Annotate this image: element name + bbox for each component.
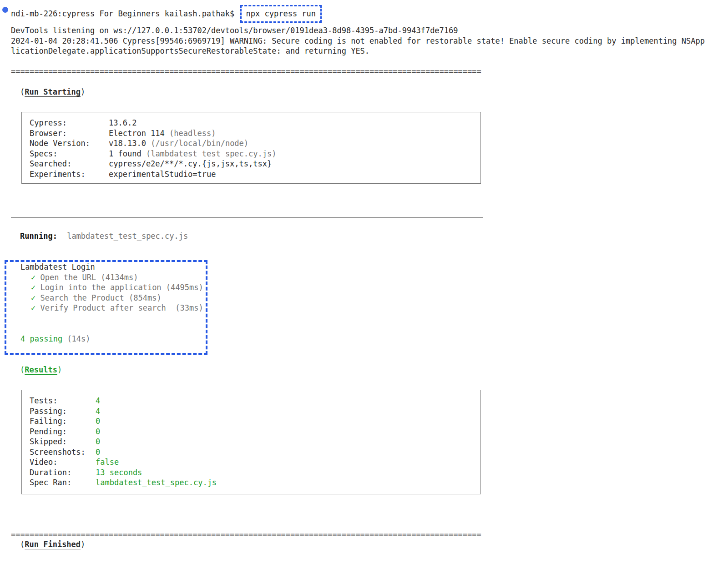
spec-info-row-browser: Browser:Electron 114 (headless) [30,128,480,139]
results-row-screenshots: Screenshots:0 [30,447,480,457]
paren-close: ) [81,540,85,549]
spec-info-row-experiments: Experiments:experimentalStudio=true [30,169,480,180]
results-box: Tests:4 Passing:4 Failing:0 Pending:0 Sk… [21,390,481,494]
spec-info-value: experimentalStudio=true [109,170,216,179]
results-row-tests: Tests:4 [30,396,480,406]
terminal-mark-icon [2,7,8,13]
run-starting-label: Run Starting [25,87,81,96]
test-duration: (33ms) [175,303,203,312]
spec-info-note: (headless) [169,129,216,138]
test-name: Login into the application [40,283,162,292]
running-spec-name: lambdatest_test_spec.cy.js [67,231,188,241]
run-starting-heading: (Run Starting) [20,87,85,97]
prompt-line: ndi-mb-226:cypress_For_Beginners kailash… [11,5,322,15]
separator-top: ========================================… [11,66,481,77]
results-row-video: Video:false [30,457,480,467]
run-finished-label: Run Finished [25,540,81,549]
paren-close: ) [81,87,85,96]
spec-info-label: Experiments: [30,169,109,180]
check-icon: ✓ [31,293,35,302]
results-value: lambdatest_test_spec.cy.js [96,478,217,487]
results-row-failing: Failing:0 [30,416,480,427]
spec-info-label: Specs: [30,149,109,159]
results-label: Spec Ran: [30,478,96,488]
command-text: npx cypress run [246,9,316,18]
spec-info-value: 1 found [109,149,142,158]
spec-info-row-specs: Specs:1 found (lambdatest_test_spec.cy.j… [30,149,480,159]
passing-summary: 4 passing (14s) [20,334,91,344]
section-divider-line [11,217,483,218]
spec-info-value: Electron 114 [109,129,165,138]
test-duration: (4134ms) [101,273,138,282]
test-row: ✓ Open the URL (4134ms) [31,272,138,283]
results-label: Failing: [30,416,96,427]
results-row-pending: Pending:0 [30,427,480,437]
results-label: Pending: [30,427,96,437]
spec-info-label: Node Version: [30,138,109,149]
spec-info-row-cypress: Cypress:13.6.2 [30,118,480,128]
results-label: Video: [30,457,96,467]
spec-info-row-node: Node Version:v18.13.0 (/usr/local/bin/no… [30,138,480,149]
terminal-window[interactable]: ndi-mb-226:cypress_For_Beginners kailash… [0,0,728,563]
suite-title: Lambdatest Login [20,262,95,272]
results-value: 13 seconds [96,468,142,477]
paren-open: ( [20,87,25,96]
results-row-spec-ran: Spec Ran:lambdatest_test_spec.cy.js [30,478,480,488]
running-line: Running: lambdatest_test_spec.cy.js(1 of… [20,231,188,241]
test-row: ✓ Search the Product (854ms) [31,293,162,303]
test-duration: (4495ms) [166,283,203,292]
spec-info-box: Cypress:13.6.2 Browser:Electron 114 (hea… [21,112,481,184]
command-annotation-box: npx cypress run [240,5,322,23]
test-name: Open the URL [40,273,96,282]
test-row: ✓ Verify Product after search (33ms) [31,303,203,313]
prompt-text: ndi-mb-226:cypress_For_Beginners kailash… [11,9,234,18]
results-row-duration: Duration:13 seconds [30,467,480,478]
warning-log-line-1: 2024-01-04 20:28:41.506 Cypress[99546:69… [11,36,705,46]
results-value: 0 [96,417,100,426]
results-value: 4 [96,396,100,405]
spec-info-note: (lambdatest_test_spec.cy.js) [146,149,277,158]
results-label: Skipped: [30,437,96,447]
paren-close: ) [57,365,62,374]
results-label: Duration: [30,467,96,478]
warning-log-line-2: licationDelegate.applicationSupportsSecu… [11,46,369,56]
results-value: false [96,457,119,467]
spec-info-row-searched: Searched:cypress/e2e/**/*.cy.{js,jsx,ts,… [30,159,480,169]
devtools-log-line: DevTools listening on ws://127.0.0.1:537… [11,25,458,36]
test-row: ✓ Login into the application (4495ms) [31,282,203,293]
test-duration: (854ms) [129,293,162,302]
check-icon: ✓ [31,283,35,292]
passing-duration: (14s) [67,334,90,343]
run-finished-heading: (Run Finished) [20,539,85,550]
test-name: Verify Product after search [40,303,171,312]
check-icon: ✓ [31,303,35,312]
results-value: 0 [96,437,100,446]
check-icon: ✓ [31,273,35,282]
spec-info-note: (/usr/local/bin/node) [151,139,248,148]
results-row-passing: Passing:4 [30,406,480,417]
test-name: Search the Product [40,293,124,302]
results-label: Results [25,365,57,374]
results-row-skipped: Skipped:0 [30,437,480,447]
separator-bottom: ========================================… [11,530,481,540]
results-value: 4 [96,407,100,416]
spec-info-value: cypress/e2e/**/*.cy.{js,jsx,ts,tsx} [109,159,272,168]
spec-info-label: Browser: [30,128,109,139]
running-label: Running: [20,231,57,241]
results-heading: (Results) [20,365,62,375]
results-label: Passing: [30,406,96,417]
spec-info-value: 13.6.2 [109,118,136,127]
results-value: 0 [96,427,100,436]
results-value: 0 [96,447,100,457]
spec-info-value: v18.13.0 [109,139,146,148]
results-label: Screenshots: [30,447,96,457]
passing-count: 4 passing [20,334,62,343]
paren-open: ( [20,540,25,549]
spec-info-label: Searched: [30,159,109,169]
paren-open: ( [20,365,25,374]
results-label: Tests: [30,396,96,406]
spec-info-label: Cypress: [30,118,109,128]
